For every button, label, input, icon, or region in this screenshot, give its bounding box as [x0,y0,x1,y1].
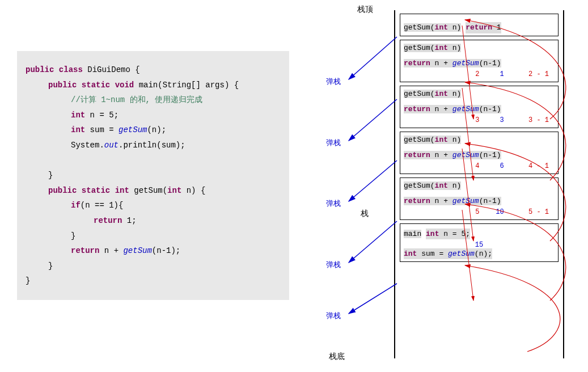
code-line: int sum = getSum(n); [26,122,281,138]
stack-bot-label: 栈底 [329,352,345,362]
stack-frame-main: main int n = 5; 15 int sum = getSum(n); [400,223,559,263]
code-line [26,153,281,168]
code-line: } [26,273,281,289]
frame-values: 3 3 3 - 1 [404,115,555,125]
stack-top-label: 栈顶 [357,5,373,15]
pop-label: 弹栈 [326,77,341,87]
pop-label: 弹栈 [326,260,341,270]
code-line: public class DiGuiDemo { [26,62,281,78]
code-line: int n = 5; [26,108,281,123]
code-line: if(n == 1){ [26,198,281,213]
code-line: return 1; [26,213,281,229]
stack-frame: getSum(int n) return n + getSum(n-1) 5 1… [400,177,559,220]
pop-label: 弹栈 [326,138,341,148]
stack-frame: getSum(int n) return 1 [400,14,559,36]
svg-line-1 [349,99,397,141]
code-line: return n + getSum(n-1); [26,243,281,259]
pop-label: 弹栈 [326,198,341,209]
stack-frame: getSum(int n) return n + getSum(n-1) 3 3… [400,86,559,128]
code-comment: //计算 1~num 的和, 使用递归完成 [26,92,281,108]
frame-signature: main [404,230,421,238]
svg-line-3 [349,221,397,263]
stack-frame: getSum(int n) return n + getSum(n-1) 2 1… [400,40,559,82]
stack-mid-label: 栈 [361,209,369,219]
frame-signature: getSum(int n) [404,181,461,190]
code-line: } [26,168,281,183]
frame-signature: getSum(int n) [404,23,461,32]
code-line: } [26,259,281,274]
code-line: } [26,229,281,244]
frame-signature: getSum(int n) [404,44,461,52]
code-line: public static int getSum(int n) { [26,183,281,198]
stack-frame: getSum(int n) return n + getSum(n-1) 4 6… [400,132,559,174]
frame-signature: getSum(int n) [404,90,461,98]
code-block: public class DiGuiDemo { public static v… [17,51,289,300]
frame-values: 4 6 4 - 1 [404,161,555,171]
pop-label: 弹栈 [326,311,341,321]
stack-container: getSum(int n) return 1 getSum(int n) ret… [394,10,564,358]
code-line: public static void main(String[] args) { [26,78,281,93]
frame-values: 5 10 5 - 1 [404,207,555,217]
svg-line-4 [349,284,397,314]
frame-signature: getSum(int n) [404,136,461,144]
frame-values: 2 1 2 - 1 [404,69,555,79]
code-line: System.out.println(sum); [26,138,281,153]
svg-line-0 [349,37,397,79]
svg-line-2 [349,160,397,201]
